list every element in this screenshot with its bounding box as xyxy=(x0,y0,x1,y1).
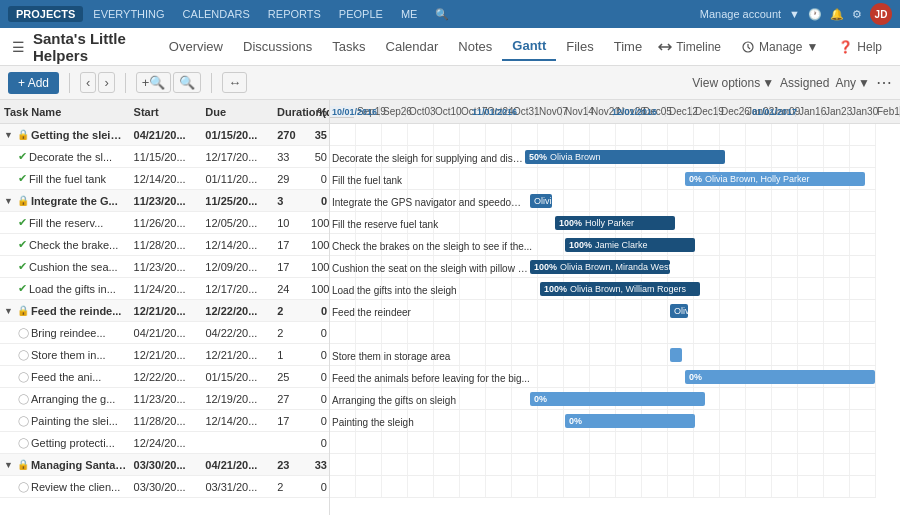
expand-icon[interactable]: ▼ xyxy=(4,196,13,206)
tab-discussions[interactable]: Discussions xyxy=(233,33,322,60)
tab-overview[interactable]: Overview xyxy=(159,33,233,60)
nav-me[interactable]: ME xyxy=(393,6,426,22)
task-row[interactable]: ◯ Bring reindee... 04/21/20... 04/22/20.… xyxy=(0,322,329,344)
task-row[interactable]: ◯ Getting protecti... 12/24/20... 0 xyxy=(0,432,329,454)
task-duration: 17 xyxy=(273,239,309,251)
task-row[interactable]: ✔ Fill the reserv... 11/26/20... 12/05/2… xyxy=(0,212,329,234)
gantt-bar-container[interactable]: Olivia Brown, Smith JerrodFeed the reind… xyxy=(670,303,688,319)
gantt-bar-container[interactable]: 0%Olivia Brown, Holly ParkerFill the fue… xyxy=(685,171,865,187)
gantt-bar-label: Cushion the seat on the sleigh with pill… xyxy=(332,263,528,274)
view-options-button[interactable]: View options ▼ xyxy=(692,76,774,90)
expand-icon[interactable]: ▼ xyxy=(4,130,13,140)
more-options-button[interactable]: ⋯ xyxy=(876,73,892,92)
task-row[interactable]: ✔ Load the gifts in... 11/24/20... 12/17… xyxy=(0,278,329,300)
task-row[interactable]: ▼ 🔒 Integrate the G... 11/23/20... 11/25… xyxy=(0,190,329,212)
gantt-bar-container[interactable]: 0%Arranging the gifts on sleigh xyxy=(530,391,705,407)
timeline-button[interactable]: Timeline xyxy=(652,38,727,56)
tab-files[interactable]: Files xyxy=(556,33,603,60)
gantt-cell xyxy=(668,454,694,475)
search-icon[interactable]: 🔍 xyxy=(427,6,457,23)
help-button[interactable]: ❓ Help xyxy=(832,38,888,56)
gantt-bar[interactable]: 100%Holly Parker xyxy=(555,216,675,230)
gantt-bar-container[interactable]: 100%Holly ParkerFill the reserve fuel ta… xyxy=(555,215,675,231)
tab-gantt[interactable]: Gantt xyxy=(502,32,556,61)
nav-everything[interactable]: EVERYTHING xyxy=(85,6,172,22)
manage-button[interactable]: Manage ▼ xyxy=(735,38,824,56)
gantt-cell xyxy=(772,322,798,343)
gantt-bar[interactable]: 100%Olivia Brown, William Rogers xyxy=(540,282,700,296)
gantt-bar[interactable]: 50%Olivia Brown xyxy=(525,150,725,164)
gantt-row: 100%Olivia Brown, William RogersLoad the… xyxy=(330,278,876,300)
next-button[interactable]: › xyxy=(98,72,114,93)
task-name-text: Getting the sleigh ... xyxy=(31,129,128,141)
check-icon: ✔ xyxy=(18,282,27,295)
header-start: Start xyxy=(130,106,202,118)
gantt-bar[interactable]: 0% xyxy=(685,370,875,384)
gantt-cell xyxy=(824,300,850,321)
hamburger-icon[interactable]: ☰ xyxy=(12,39,25,55)
gantt-bar-container[interactable]: 50%Olivia BrownDecorate the sleigh for s… xyxy=(525,149,725,165)
task-row[interactable]: ✔ Cushion the sea... 11/23/20... 12/09/2… xyxy=(0,256,329,278)
gantt-bar[interactable]: 100%Olivia Brown, Miranda West xyxy=(530,260,670,274)
gantt-bar-container[interactable]: 0%Feed the animals before leaving for th… xyxy=(685,369,875,385)
gantt-bar-container[interactable]: Olivia Brown, Jamie ClarkeIntegrate the … xyxy=(530,193,552,209)
tab-calendar[interactable]: Calendar xyxy=(376,33,449,60)
task-row[interactable]: ◯ Painting the slei... 11/28/20... 12/14… xyxy=(0,410,329,432)
gantt-cell xyxy=(668,432,694,453)
gantt-bar-container[interactable]: 100%Olivia Brown, Miranda WestCushion th… xyxy=(530,259,670,275)
manage-account-link[interactable]: Manage account xyxy=(700,8,781,20)
gantt-cell xyxy=(616,476,642,497)
gantt-bar[interactable]: 100%Jamie Clarke xyxy=(565,238,695,252)
task-row[interactable]: ◯ Arranging the g... 11/23/20... 12/19/2… xyxy=(0,388,329,410)
gantt-cell xyxy=(746,256,772,277)
task-row[interactable]: ◯ Store them in... 12/21/20... 12/21/20.… xyxy=(0,344,329,366)
prev-button[interactable]: ‹ xyxy=(80,72,96,93)
gantt-bar-container[interactable]: 100%Jamie ClarkeCheck the brakes on the … xyxy=(565,237,695,253)
task-row[interactable]: ▼ 🔒 Feed the reinde... 12/21/20... 12/22… xyxy=(0,300,329,322)
gantt-cell xyxy=(434,322,460,343)
tab-tasks[interactable]: Tasks xyxy=(322,33,375,60)
tab-time[interactable]: Time xyxy=(604,33,652,60)
gantt-row: 50%Olivia BrownDecorate the sleigh for s… xyxy=(330,146,876,168)
task-name-cell: ◯ Arranging the g... xyxy=(0,393,130,405)
gantt-bar[interactable] xyxy=(670,348,682,362)
task-row[interactable]: ✔ Check the brake... 11/28/20... 12/14/2… xyxy=(0,234,329,256)
expand-icon[interactable]: ▼ xyxy=(4,306,13,316)
gantt-bar-label: Feed the animals before leaving for the … xyxy=(332,373,683,384)
assigned-any-button[interactable]: Any ▼ xyxy=(835,76,870,90)
bar-person-label: Holly Parker xyxy=(585,218,634,228)
gantt-bar[interactable]: 0%Olivia Brown, Holly Parker xyxy=(685,172,865,186)
gantt-bar-container[interactable]: Store them in storage area xyxy=(670,347,682,363)
task-row[interactable]: ◯ Review the clien... 03/30/20... 03/31/… xyxy=(0,476,329,498)
gantt-cell xyxy=(824,476,850,497)
projects-button[interactable]: PROJECTS xyxy=(8,6,83,22)
zoom-in-button[interactable]: +🔍 xyxy=(136,72,172,93)
gantt-cell xyxy=(538,124,564,145)
task-name-text: Getting protecti... xyxy=(31,437,115,449)
zoom-out-button[interactable]: 🔍 xyxy=(173,72,201,93)
task-row[interactable]: ✔ Decorate the sl... 11/15/20... 12/17/2… xyxy=(0,146,329,168)
gantt-cell xyxy=(772,454,798,475)
task-row[interactable]: ◯ Feed the ani... 12/22/20... 01/15/20..… xyxy=(0,366,329,388)
gantt-bar-container[interactable]: 100%Olivia Brown, William RogersLoad the… xyxy=(540,281,700,297)
task-row[interactable]: ▼ 🔒 Managing Santa's we... 03/30/20... 0… xyxy=(0,454,329,476)
gantt-area[interactable]: 10/01/201611/01/201612/01/201601/01/2017… xyxy=(330,100,900,515)
gantt-bar[interactable]: Olivia Brown, Smith Jerrod xyxy=(670,304,688,318)
gantt-bar[interactable]: 0% xyxy=(530,392,705,406)
tab-notes[interactable]: Notes xyxy=(448,33,502,60)
header-duration: Duration(d... xyxy=(273,106,309,118)
task-row[interactable]: ▼ 🔒 Getting the sleigh ... 04/21/20... 0… xyxy=(0,124,329,146)
expand-icon[interactable]: ▼ xyxy=(4,460,13,470)
gantt-bar[interactable]: Olivia Brown, Jamie Clarke xyxy=(530,194,552,208)
task-row[interactable]: ✔ Fill the fuel tank 12/14/20... 01/11/2… xyxy=(0,168,329,190)
add-button[interactable]: + Add xyxy=(8,72,59,94)
gantt-bar-container[interactable]: 0%Painting the sleigh xyxy=(565,413,695,429)
avatar[interactable]: JD xyxy=(870,3,892,25)
nav-reports[interactable]: REPORTS xyxy=(260,6,329,22)
task-name-cell: ▼ 🔒 Managing Santa's we... xyxy=(0,459,130,471)
task-list-header: Task Name Start Due Duration(d... % xyxy=(0,100,329,124)
nav-calendars[interactable]: CALENDARS xyxy=(175,6,258,22)
gantt-bar[interactable]: 0% xyxy=(565,414,695,428)
nav-people[interactable]: PEOPLE xyxy=(331,6,391,22)
expand-button[interactable]: ↔ xyxy=(222,72,247,93)
